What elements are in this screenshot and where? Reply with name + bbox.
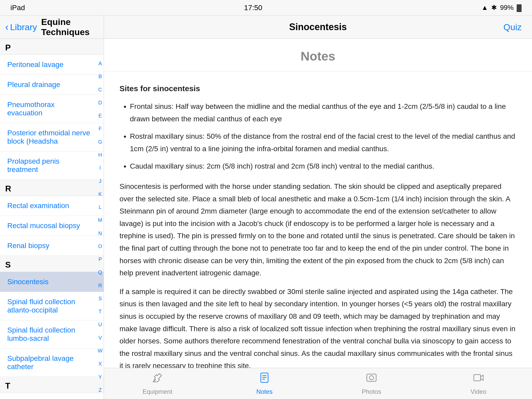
sidebar-list: PPeritoneal lavagePleural drainagePneumo… (0, 39, 104, 399)
main-content: PPeritoneal lavagePleural drainagePneumo… (0, 39, 532, 399)
nav-left-section: ‹ Library Equine Techniques (0, 16, 104, 38)
content-page-title: Sinocentesis (289, 22, 347, 32)
alpha-R[interactable]: R (98, 282, 103, 289)
bullet-item-0: Frontal sinus: Half way between the midl… (130, 100, 516, 125)
paragraph-0: Sinocentesis is performed with the horse… (119, 180, 516, 279)
svg-rect-5 (367, 374, 376, 381)
nav-title: Equine Techniques (41, 17, 98, 37)
content-header: Notes (104, 39, 532, 71)
alpha-W[interactable]: W (98, 347, 103, 354)
list-item[interactable]: Pleural drainage (0, 75, 104, 95)
alpha-V[interactable]: V (98, 334, 103, 341)
section-header-P: P (0, 39, 104, 55)
list-item[interactable]: Rectal examination (0, 196, 104, 216)
alpha-I[interactable]: I (98, 164, 103, 171)
bullet-item-1: Rostral maxillary sinus: 50% of the dist… (130, 130, 516, 155)
list-item[interactable]: Rectal mucosal biopsy (0, 216, 104, 236)
alpha-Y[interactable]: Y (98, 373, 103, 381)
list-item[interactable]: Pneumothorax evacuation (0, 95, 104, 123)
paragraph-1: If a sample is required it can be direct… (119, 285, 516, 368)
alpha-E[interactable]: E (98, 112, 103, 119)
alpha-N[interactable]: N (98, 230, 103, 237)
alpha-P[interactable]: P (98, 256, 103, 263)
list-item[interactable]: Tear duct flush (0, 393, 104, 399)
nav-right-section: Sinocentesis Quiz (104, 16, 532, 38)
tab-equipment[interactable]: Equipment (104, 368, 211, 399)
alpha-B[interactable]: B (98, 73, 103, 80)
content-panel: Notes Sites for sinocentesis Frontal sin… (104, 39, 532, 368)
tab-video[interactable]: Video (425, 368, 532, 399)
list-item[interactable]: Renal biopsy (0, 236, 104, 256)
video-icon (473, 372, 484, 386)
status-indicators: ▲ ✱ 99% ▓ (481, 4, 522, 12)
alpha-K[interactable]: K (98, 190, 103, 198)
list-item[interactable]: Peritoneal lavage (0, 55, 104, 75)
alpha-Q[interactable]: Q (98, 269, 103, 276)
alpha-H[interactable]: H (98, 151, 103, 158)
section-header-T: T (0, 377, 104, 393)
list-item[interactable]: Posterior ethmoidal nerve block (Headsha (0, 123, 104, 151)
bullet-item-2: Caudal maxillary sinus: 2cm (5/8 inch) r… (130, 160, 516, 172)
battery-icon: ▓ (517, 4, 522, 12)
notes-label: Notes (256, 388, 273, 395)
paragraphs-container: Sinocentesis is performed with the horse… (119, 180, 516, 368)
equipment-label: Equipment (143, 388, 172, 395)
alpha-X[interactable]: X (98, 360, 103, 367)
clock: 17:50 (244, 4, 262, 12)
top-nav: ‹ Library Equine Techniques Sinocentesis… (0, 16, 532, 39)
alpha-F[interactable]: F (98, 125, 103, 132)
quiz-button[interactable]: Quiz (503, 22, 522, 32)
location-icon: ▲ (481, 4, 488, 12)
alpha-J[interactable]: J (98, 177, 103, 185)
alpha-D[interactable]: D (98, 99, 103, 106)
content-heading: Sites for sinocentesis (119, 82, 516, 95)
alpha-C[interactable]: C (98, 86, 103, 93)
back-button[interactable]: ‹ Library (5, 22, 37, 33)
right-panel: Notes Sites for sinocentesis Frontal sin… (104, 39, 532, 399)
list-item[interactable]: Prolapsed penis treatment (0, 151, 104, 180)
alpha-S[interactable]: S (98, 295, 103, 302)
battery-label: 99% (500, 4, 514, 12)
alpha-O[interactable]: O (98, 243, 103, 250)
notes-title: Notes (119, 49, 516, 63)
alpha-M[interactable]: M (98, 216, 103, 224)
notes-icon (259, 372, 270, 386)
alpha-Z[interactable]: Z (98, 386, 103, 394)
back-label[interactable]: Library (10, 22, 37, 32)
section-header-R: R (0, 180, 104, 196)
video-label: Video (471, 388, 487, 395)
tab-notes[interactable]: Notes (211, 368, 318, 399)
tab-photos[interactable]: Photos (318, 368, 425, 399)
alpha-T[interactable]: T (98, 308, 103, 315)
bullet-list: Frontal sinus: Half way between the midl… (130, 100, 516, 172)
device-label: iPad (10, 4, 25, 12)
alpha-G[interactable]: G (98, 138, 103, 145)
section-header-S: S (0, 256, 104, 272)
alpha-A[interactable]: A (98, 60, 103, 67)
svg-rect-7 (474, 375, 481, 381)
list-item[interactable]: Spinal fluid collection atlanto-occipita… (0, 292, 104, 320)
list-item[interactable]: Spinal fluid collection lumbo-sacral (0, 320, 104, 349)
bluetooth-icon: ✱ (491, 4, 497, 12)
status-bar: iPad 17:50 ▲ ✱ 99% ▓ (0, 0, 532, 16)
alpha-L[interactable]: L (98, 203, 103, 211)
alpha-index: ABCDEFGHIJKLMNOPQRSTUVWXYZ (98, 54, 103, 399)
photos-label: Photos (362, 388, 381, 395)
list-item[interactable]: Subpalpebral lavage catheter (0, 349, 104, 377)
photos-icon (366, 372, 377, 386)
equipment-icon (152, 372, 163, 386)
tab-bar: EquipmentNotesPhotosVideo (104, 368, 532, 399)
back-arrow-icon: ‹ (5, 22, 9, 33)
list-item[interactable]: Sinocentesis (0, 272, 104, 292)
svg-point-6 (369, 376, 374, 380)
alpha-U[interactable]: U (98, 321, 103, 328)
sidebar: PPeritoneal lavagePleural drainagePneumo… (0, 39, 104, 399)
content-body: Sites for sinocentesis Frontal sinus: Ha… (104, 71, 532, 368)
